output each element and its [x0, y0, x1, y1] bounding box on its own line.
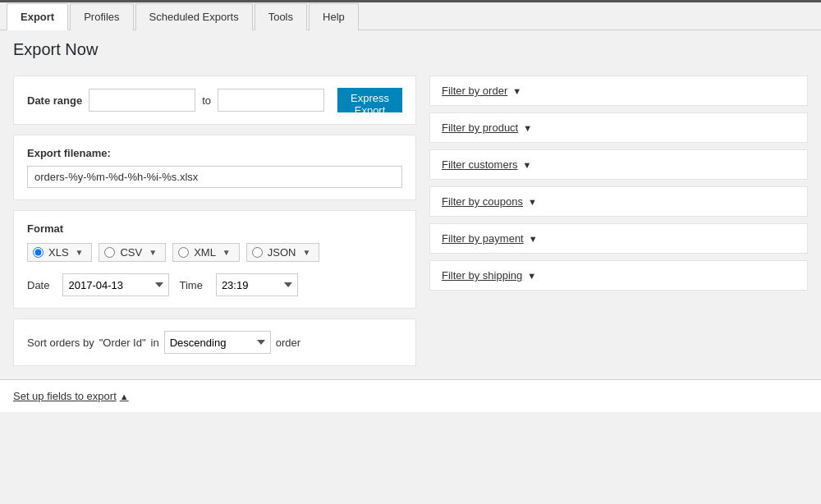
filter-link-product[interactable]: Filter by product [442, 121, 518, 134]
format-option-json[interactable]: JSON▼ [246, 243, 320, 262]
right-panel: Filter by order▼Filter by product▼Filter… [429, 76, 808, 366]
format-radio-json[interactable] [252, 247, 263, 258]
setup-fields-link[interactable]: Set up fields to export▲ [13, 390, 129, 402]
to-label: to [202, 94, 211, 107]
filter-box-payment: Filter by payment▼ [429, 223, 808, 254]
tab-tools[interactable]: Tools [255, 3, 307, 30]
filter-box-product: Filter by product▼ [429, 112, 808, 143]
format-radio-csv[interactable] [104, 247, 115, 258]
filter-box-coupons: Filter by coupons▼ [429, 186, 808, 217]
sort-select[interactable]: DescendingAscending [164, 331, 271, 354]
filter-link-customers[interactable]: Filter customers [442, 158, 517, 171]
format-option-csv[interactable]: CSV▼ [99, 243, 166, 262]
filter-arrow-order: ▼ [512, 86, 521, 96]
filter-arrow-coupons: ▼ [528, 197, 537, 207]
format-dropdown-arrow-xml: ▼ [222, 248, 231, 257]
format-label: Format [27, 222, 402, 235]
bottom-section: Set up fields to export▲ [0, 379, 821, 412]
setup-fields-arrow: ▲ [120, 392, 129, 401]
date-select[interactable]: 2017-04-13 [62, 273, 169, 296]
format-option-xml[interactable]: XML▼ [172, 243, 240, 262]
filter-link-coupons[interactable]: Filter by coupons [442, 195, 523, 208]
date-from-input[interactable] [89, 89, 195, 112]
filter-arrow-payment: ▼ [529, 234, 538, 244]
format-label-csv: CSV [120, 246, 142, 259]
export-filename-box: Export filename: [13, 135, 416, 200]
sort-in-label: in [151, 337, 159, 349]
filter-link-order[interactable]: Filter by order [442, 85, 507, 97]
page-title: Export Now [0, 30, 821, 62]
setup-fields-label: Set up fields to export [13, 390, 117, 402]
date-time-row: Date 2017-04-13 Time 23:19 [27, 273, 402, 296]
filter-arrow-shipping: ▼ [527, 271, 536, 281]
export-filename-label: Export filename: [27, 147, 402, 159]
left-panel: Date range to Express Export Export file… [13, 76, 416, 366]
filter-link-payment[interactable]: Filter by payment [442, 232, 524, 245]
sort-prefix: Sort orders by [27, 337, 94, 349]
filter-box-customers: Filter customers▼ [429, 149, 808, 180]
export-filename-input[interactable] [27, 166, 402, 188]
tabs-bar: ExportProfilesScheduled ExportsToolsHelp [0, 2, 821, 30]
format-box: Format XLS▼CSV▼XML▼JSON▼ Date 2017-04-13… [13, 210, 416, 309]
date-label: Date [27, 279, 49, 291]
format-label-json: JSON [268, 246, 296, 259]
format-radio-xls[interactable] [33, 247, 44, 258]
date-range-row: Date range to Express Export [27, 88, 402, 112]
page-wrapper: ExportProfilesScheduled ExportsToolsHelp… [0, 0, 821, 504]
sort-suffix: order [276, 337, 300, 349]
tab-profiles[interactable]: Profiles [70, 3, 133, 30]
filter-arrow-product: ▼ [523, 123, 532, 133]
filter-arrow-customers: ▼ [522, 160, 531, 170]
time-label: Time [179, 279, 202, 291]
tab-help[interactable]: Help [309, 3, 359, 30]
format-radio-xml[interactable] [178, 247, 189, 258]
sort-field-label: "Order Id" [99, 337, 146, 349]
filter-box-order: Filter by order▼ [429, 76, 808, 106]
time-select[interactable]: 23:19 [216, 273, 298, 296]
format-label-xml: XML [194, 246, 216, 259]
date-range-box: Date range to Express Export [13, 76, 416, 125]
format-options: XLS▼CSV▼XML▼JSON▼ [27, 243, 402, 262]
express-export-button[interactable]: Express Export [337, 88, 402, 112]
filter-box-shipping: Filter by shipping▼ [429, 260, 808, 291]
format-label-xls: XLS [48, 246, 69, 259]
filter-link-shipping[interactable]: Filter by shipping [442, 269, 522, 282]
date-range-label: Date range [27, 94, 82, 107]
tab-scheduled-exports[interactable]: Scheduled Exports [135, 3, 253, 30]
format-option-xls[interactable]: XLS▼ [27, 243, 92, 262]
date-to-input[interactable] [218, 89, 324, 112]
format-dropdown-arrow-csv: ▼ [149, 248, 157, 257]
sort-row: Sort orders by "Order Id" in DescendingA… [27, 331, 402, 354]
format-dropdown-arrow-json: ▼ [302, 248, 310, 257]
format-dropdown-arrow-xls: ▼ [76, 248, 84, 257]
tab-export[interactable]: Export [7, 3, 68, 30]
content-area: Date range to Express Export Export file… [0, 62, 821, 379]
sort-box: Sort orders by "Order Id" in DescendingA… [13, 318, 416, 366]
